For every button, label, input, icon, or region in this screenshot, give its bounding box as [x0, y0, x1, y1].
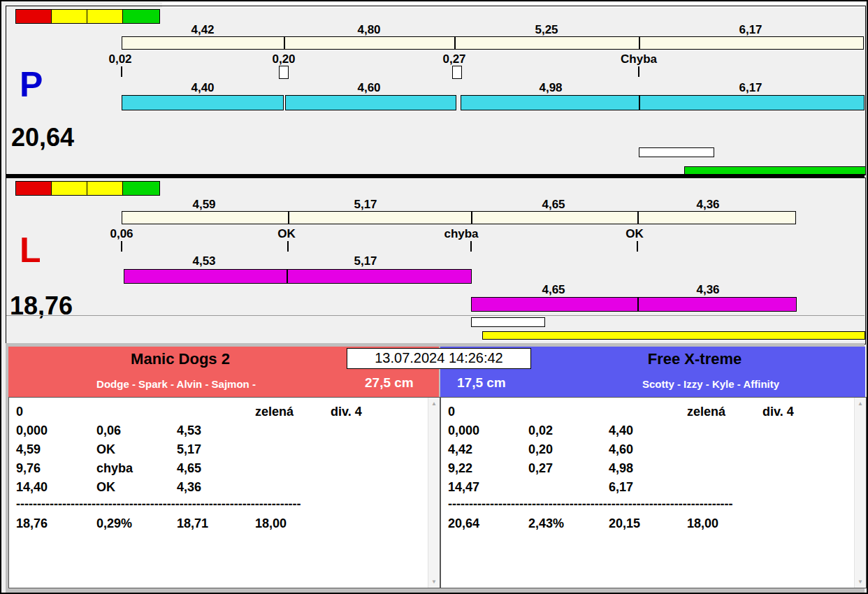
p-sensor-box-2: [452, 66, 462, 79]
l-cross-label-3: chyba: [444, 227, 478, 241]
p-total-time: 20,64: [11, 125, 74, 150]
divider-dashes: ----------------------------------------…: [448, 497, 733, 512]
divider-row: ----------------------------------------…: [441, 497, 866, 516]
summary-row: 20,64 2,43% 20,15 18,00: [441, 516, 866, 535]
result-row: 9,76 chyba 4,65: [9, 461, 440, 480]
lane-p-panel: [6, 6, 866, 175]
l-cross-tick-3: [470, 241, 472, 252]
team-left-name: Manic Dogs 2: [8, 350, 352, 368]
result-row: 14,47 6,17: [441, 480, 866, 499]
p-cross-label-3: 0,27: [442, 52, 465, 66]
p-split-bar-1: [122, 95, 284, 110]
l-cross-label-1: 0,06: [110, 227, 133, 241]
scroll-up-icon[interactable]: ▲: [428, 400, 440, 407]
result-cell: 0,29%: [96, 516, 132, 531]
result-cell: 0,27: [528, 461, 553, 476]
l-light-green-icon: [122, 181, 160, 196]
l-split-bar-2: [471, 297, 797, 312]
result-cell: 18,71: [177, 516, 208, 531]
ruler-tick: [284, 37, 285, 49]
ruler-tick: [471, 212, 472, 224]
ruler-tick: [639, 37, 640, 49]
result-cell: 4,65: [177, 461, 201, 476]
result-cell: 4,60: [609, 442, 633, 457]
result-row: 0,000 0,02 4,40: [441, 423, 866, 442]
p-split-bar-2: [285, 95, 456, 110]
p-ruler-label-3: 5,25: [535, 23, 558, 37]
p-ruler-label-2: 4,80: [357, 23, 380, 37]
p-cross-tick-2: [638, 66, 639, 77]
scroll-up-icon[interactable]: ▲: [855, 400, 866, 407]
l-bar1-label-2: 5,17: [354, 254, 377, 268]
p-ruler-label-4: 6,17: [739, 23, 762, 37]
result-cell: 4,42: [448, 442, 472, 457]
result-cell: 0,000: [16, 423, 48, 438]
l-ruler-bar: [122, 211, 796, 224]
p-sensor-box-1: [279, 66, 289, 79]
result-cell: 9,76: [16, 461, 41, 476]
l-white-indicator: [471, 317, 545, 327]
result-cell: 0,02: [528, 423, 553, 438]
l-split-bar-1: [124, 269, 472, 284]
team-right-jump-height: 17,5 cm: [457, 375, 506, 391]
result-cell: 2,43%: [528, 516, 564, 531]
p-light-yellow2-icon: [87, 9, 124, 24]
result-cell: 18,76: [16, 516, 48, 531]
result-cell: 4,98: [609, 461, 633, 476]
split-divider: [639, 95, 640, 110]
p-cross-label-1: 0,02: [108, 52, 131, 66]
l-ruler-label-4: 4,36: [696, 198, 719, 212]
result-cell: 6,17: [609, 480, 633, 495]
team-right-name: Free X-treme: [524, 350, 865, 368]
vertical-scrollbar[interactable]: ▲ ▼: [428, 398, 440, 588]
p-lane-letter: P: [20, 67, 43, 102]
p-green-bar: [684, 166, 866, 175]
result-row: 0,000 0,06 4,53: [9, 423, 440, 442]
l-ruler-label-1: 4,59: [192, 198, 215, 212]
ruler-tick: [454, 37, 456, 49]
result-row: 9,22 0,27 4,98: [441, 461, 866, 480]
result-cell: div. 4: [762, 405, 794, 419]
datetime-display: 13.07.2024 14:26:42: [347, 348, 531, 369]
team-left-jump-height: 27,5 cm: [365, 375, 414, 391]
result-cell: 4,36: [177, 480, 201, 495]
ruler-tick: [637, 212, 639, 224]
vertical-scrollbar[interactable]: ▲ ▼: [854, 398, 866, 588]
l-separator-line: [6, 315, 865, 316]
result-cell: 14,40: [16, 480, 48, 495]
scroll-down-icon[interactable]: ▼: [428, 579, 440, 585]
result-row: 14,40 OK 4,36: [9, 480, 440, 499]
p-ruler-label-1: 4,42: [191, 23, 214, 37]
scroll-down-icon[interactable]: ▼: [855, 579, 866, 585]
result-cell: 4,53: [177, 423, 201, 438]
l-light-yellow1-icon: [51, 181, 89, 196]
p-bar-label-4: 6,17: [739, 81, 762, 95]
l-cross-label-4: OK: [625, 227, 644, 241]
l-ruler-label-2: 5,17: [354, 198, 377, 212]
result-cell: 0,000: [448, 423, 479, 438]
l-cross-tick-1: [121, 241, 122, 252]
result-row: 0 zelená div. 4: [9, 405, 440, 423]
result-cell: 20,15: [609, 516, 640, 531]
p-bar-label-2: 4,60: [357, 81, 380, 95]
p-split-bar-3: [461, 95, 865, 110]
lane-l-panel: [6, 178, 866, 345]
result-cell: 9,22: [448, 461, 472, 476]
l-light-red-icon: [15, 181, 53, 196]
result-cell: OK: [96, 480, 115, 495]
p-ruler-bar: [122, 36, 864, 50]
ruler-tick: [288, 212, 289, 224]
result-cell: div. 4: [331, 405, 362, 419]
l-cross-tick-4: [637, 241, 638, 252]
l-cross-label-2: OK: [277, 227, 296, 241]
l-light-yellow2-icon: [87, 181, 124, 196]
result-cell: zelená: [255, 405, 294, 419]
flyball-timing-window: 4,42 4,80 5,25 6,17 0,02 0,20 0,27 Chyba…: [0, 0, 868, 594]
result-cell: 18,00: [255, 516, 287, 531]
team-left-result-area[interactable]: 0 zelená div. 4 0,000 0,06 4,53 4,59 OK …: [8, 397, 440, 588]
p-cross-label-4: Chyba: [621, 52, 657, 66]
result-cell: 5,17: [177, 442, 201, 457]
l-yellow-bar: [482, 331, 865, 340]
team-right-result-area[interactable]: 0 zelená div. 4 0,000 0,02 4,40 4,42 0,2…: [440, 397, 867, 588]
p-bar-label-1: 4,40: [191, 81, 214, 95]
